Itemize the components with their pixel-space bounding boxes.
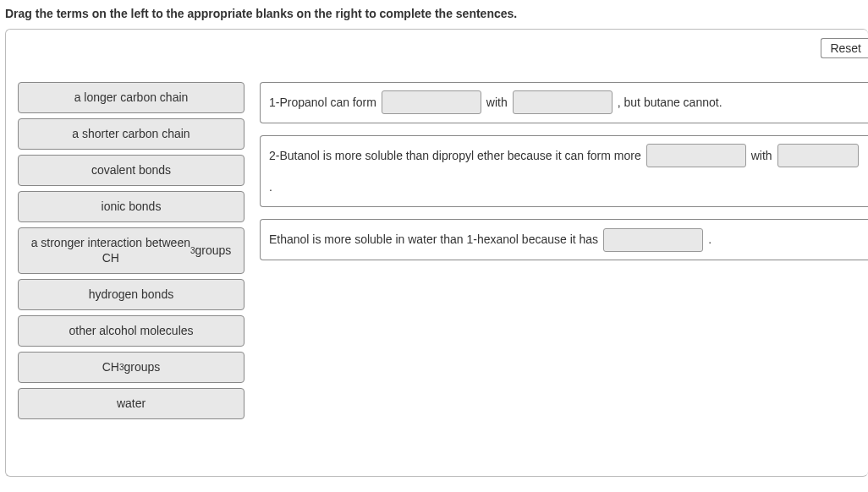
sentence-text: 1-Propanol can form xyxy=(269,90,376,116)
term-item-5[interactable]: hydrogen bonds xyxy=(18,279,244,310)
sentence-row-2: 2-Butanol is more soluble than dipropyl … xyxy=(260,135,868,208)
sentence-row-1: 1-Propanol can form with , but butane ca… xyxy=(260,82,868,123)
sentence-text: . xyxy=(708,227,711,253)
activity-frame: Reset a longer carbon chaina shorter car… xyxy=(5,29,868,477)
term-item-1[interactable]: a shorter carbon chain xyxy=(18,118,244,150)
terms-column: a longer carbon chaina shorter carbon ch… xyxy=(18,82,244,419)
sentence-text: with xyxy=(486,90,508,116)
drop-blank-1b[interactable] xyxy=(513,90,613,114)
sentence-text: 2-Butanol is more soluble than dipropyl … xyxy=(269,143,641,169)
term-item-2[interactable]: covalent bonds xyxy=(18,155,244,186)
term-item-4[interactable]: a stronger interaction betweenCH3 groups xyxy=(18,227,244,275)
sentence-text: Ethanol is more soluble in water than 1-… xyxy=(269,227,598,253)
instruction-text: Drag the terms on the left to the approp… xyxy=(0,0,868,29)
drop-blank-2a[interactable] xyxy=(646,144,746,167)
term-item-0[interactable]: a longer carbon chain xyxy=(18,82,244,113)
term-item-3[interactable]: ionic bonds xyxy=(18,191,244,222)
term-item-7[interactable]: CH3 groups xyxy=(18,352,244,383)
drop-blank-2b[interactable] xyxy=(777,144,859,167)
reset-button[interactable]: Reset xyxy=(821,38,868,58)
sentence-row-3: Ethanol is more soluble in water than 1-… xyxy=(260,219,868,260)
sentence-text: with xyxy=(751,143,772,169)
drop-blank-1a[interactable] xyxy=(382,90,481,114)
drop-blank-3a[interactable] xyxy=(603,228,703,252)
sentences-column: 1-Propanol can form with , but butane ca… xyxy=(260,82,868,419)
term-item-8[interactable]: water xyxy=(18,388,244,419)
sentence-text: , but butane cannot. xyxy=(618,90,722,116)
term-item-6[interactable]: other alcohol molecules xyxy=(18,315,244,347)
activity-content: a longer carbon chaina shorter carbon ch… xyxy=(18,82,868,419)
sentence-text: . xyxy=(269,174,272,200)
